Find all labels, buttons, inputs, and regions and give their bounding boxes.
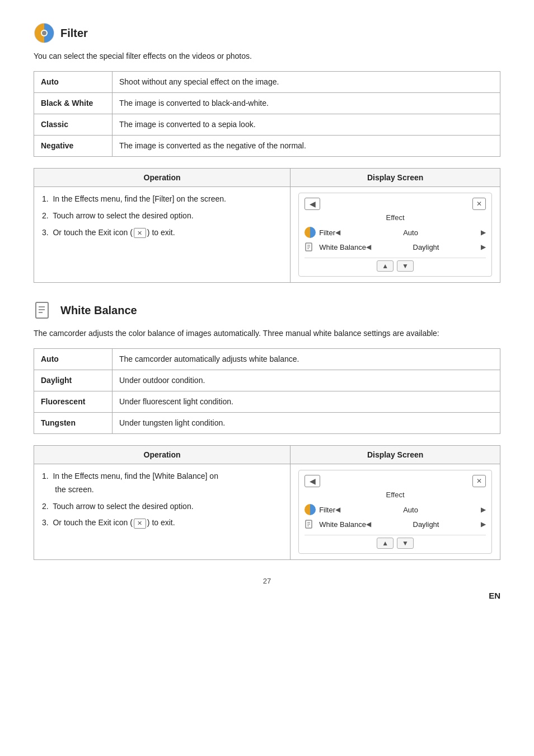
- wb-display-col-header: Display Screen: [291, 446, 500, 464]
- page-number: 27: [34, 577, 500, 585]
- ds-filter-icon: [305, 227, 316, 238]
- table-row: Negative The image is converted as the n…: [34, 136, 500, 157]
- filter-icon: [34, 22, 55, 44]
- wb-ds-close-button: ✕: [472, 475, 486, 487]
- wb-ds-wb-right-arrow: ▶: [481, 520, 486, 528]
- wb-op-table: Operation Display Screen 1. In the Effec…: [34, 445, 500, 560]
- ds-up-button: ▲: [377, 260, 394, 272]
- term-negative: Negative: [34, 136, 113, 157]
- wb-ds-top-row: ◀ ✕: [305, 475, 486, 487]
- wb-desc-auto: The camcorder automatically adjusts whit…: [113, 349, 500, 370]
- wb-term-daylight: Daylight: [34, 370, 113, 391]
- table-row: Auto The camcorder automatically adjusts…: [34, 349, 500, 370]
- wb-ds-filter-left-arrow: ◀: [335, 506, 340, 514]
- ds-effect-label: Effect: [305, 213, 486, 222]
- ds-wb-icon: [305, 241, 316, 253]
- filter-display-col-header: Display Screen: [291, 169, 500, 187]
- wb-section-header: White Balance: [34, 300, 500, 321]
- wb-exit-icon-inline: ✕: [134, 519, 146, 529]
- filter-section-header: Filter: [34, 22, 500, 44]
- table-row: Daylight Under outdoor condition.: [34, 370, 500, 391]
- ds-filter-row: Filter ◀ Auto ▶: [305, 225, 486, 240]
- svg-point-2: [42, 31, 46, 35]
- wb-op-col-header: Operation: [34, 446, 291, 464]
- term-classic: Classic: [34, 114, 113, 136]
- wb-ds-wb-label: White Balance: [319, 520, 366, 529]
- wb-display-screen: ◀ ✕ Effect Filter ◀ Auto ▶: [298, 470, 492, 554]
- filter-intro: You can select the special filter effect…: [34, 50, 500, 62]
- ds-close-button: ✕: [472, 198, 486, 210]
- wb-ds-back-button: ◀: [305, 475, 320, 487]
- ds-filter-label: Filter: [319, 228, 335, 237]
- ds-wb-label: White Balance: [319, 243, 366, 251]
- ds-back-button: ◀: [305, 198, 320, 210]
- filter-operation-steps: 1. In the Effects menu, find the [Filter…: [34, 187, 291, 283]
- wb-ds-wb-value: Daylight: [371, 520, 481, 529]
- wb-step-2: 2. Touch arrow to select the desired opt…: [42, 500, 282, 514]
- desc-classic: The image is converted to a sepia look.: [113, 114, 500, 136]
- ds-bottom-row: ▲ ▼: [305, 258, 486, 272]
- table-row: 1. In the Effects menu, find the [Filter…: [34, 187, 500, 283]
- filter-step-1: 1. In the Effects menu, find the [Filter…: [42, 193, 282, 206]
- table-row: 1. In the Effects menu, find the [White …: [34, 464, 500, 560]
- wb-ds-filter-icon: [305, 504, 316, 515]
- wb-operation-steps: 1. In the Effects menu, find the [White …: [34, 464, 291, 560]
- filter-step-3: 3. Or touch the Exit icon (✕) to exit.: [42, 226, 282, 240]
- wb-ds-wb-left-arrow: ◀: [366, 520, 371, 528]
- wb-step-1: 1. In the Effects menu, find the [White …: [42, 470, 282, 497]
- desc-negative: The image is converted as the negative o…: [113, 136, 500, 157]
- table-row: Black & White The image is converted to …: [34, 93, 500, 114]
- wb-term-tungsten: Tungsten: [34, 413, 113, 434]
- ds-wb-row: White Balance ◀ Daylight ▶: [305, 240, 486, 254]
- desc-bw: The image is converted to black-and-whit…: [113, 93, 500, 114]
- ds-wb-value: Daylight: [371, 243, 481, 251]
- filter-op-col-header: Operation: [34, 169, 291, 187]
- table-row: Classic The image is converted to a sepi…: [34, 114, 500, 136]
- desc-auto: Shoot without any special effect on the …: [113, 72, 500, 93]
- wb-term-auto: Auto: [34, 349, 113, 370]
- wb-display-cell: ◀ ✕ Effect Filter ◀ Auto ▶: [291, 464, 500, 560]
- filter-display-cell: ◀ ✕ Effect Filter ◀ Auto ▶: [291, 187, 500, 283]
- wb-step-3: 3. Or touch the Exit icon (✕) to exit.: [42, 516, 282, 530]
- ds-filter-left-arrow: ◀: [335, 228, 340, 236]
- ds-wb-left-arrow: ◀: [366, 243, 371, 251]
- ds-wb-right-arrow: ▶: [481, 243, 486, 251]
- table-row: Fluorescent Under fluorescent light cond…: [34, 391, 500, 413]
- table-row: Auto Shoot without any special effect on…: [34, 72, 500, 93]
- wb-ds-effect-label: Effect: [305, 491, 486, 499]
- filter-op-table: Operation Display Screen 1. In the Effec…: [34, 168, 500, 283]
- svg-rect-7: [36, 302, 48, 318]
- wb-intro: The camcorder adjusts the color balance …: [34, 328, 500, 339]
- ds-filter-right-arrow: ▶: [481, 228, 486, 236]
- wb-desc-tungsten: Under tungsten light condition.: [113, 413, 500, 434]
- wb-desc-fluorescent: Under fluorescent light condition.: [113, 391, 500, 413]
- wb-ds-filter-value: Auto: [340, 506, 481, 514]
- ds-ok-button: ▼: [397, 260, 414, 272]
- ds-top-row: ◀ ✕: [305, 198, 486, 210]
- page-lang: EN: [34, 591, 500, 600]
- term-bw: Black & White: [34, 93, 113, 114]
- wb-term-fluorescent: Fluorescent: [34, 391, 113, 413]
- filter-step-2: 2. Touch arrow to select the desired opt…: [42, 209, 282, 223]
- exit-icon-inline: ✕: [134, 228, 146, 238]
- wb-ds-filter-label: Filter: [319, 506, 335, 514]
- term-auto: Auto: [34, 72, 113, 93]
- wb-info-table: Auto The camcorder automatically adjusts…: [34, 348, 500, 434]
- wb-ds-wb-icon: [305, 519, 316, 530]
- wb-ds-ok-button: ▼: [397, 538, 414, 549]
- ds-filter-value: Auto: [340, 228, 481, 237]
- filter-title: Filter: [60, 27, 88, 40]
- wb-icon: [34, 300, 55, 321]
- table-row: Tungsten Under tungsten light condition.: [34, 413, 500, 434]
- filter-info-table: Auto Shoot without any special effect on…: [34, 71, 500, 157]
- wb-desc-daylight: Under outdoor condition.: [113, 370, 500, 391]
- wb-title: White Balance: [60, 304, 137, 317]
- wb-ds-bottom-row: ▲ ▼: [305, 535, 486, 549]
- wb-ds-filter-right-arrow: ▶: [481, 506, 486, 514]
- wb-ds-wb-row: White Balance ◀ Daylight ▶: [305, 517, 486, 531]
- filter-display-screen: ◀ ✕ Effect Filter ◀ Auto ▶: [298, 193, 492, 277]
- wb-ds-up-button: ▲: [377, 538, 394, 549]
- wb-ds-filter-row: Filter ◀ Auto ▶: [305, 502, 486, 517]
